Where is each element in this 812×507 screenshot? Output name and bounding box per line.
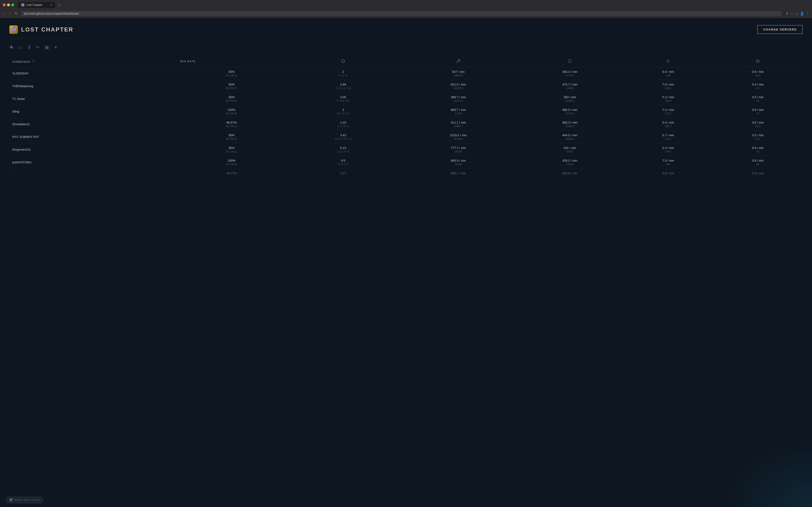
- col-header-summoner: SUMMONER ⓘ: [9, 57, 177, 67]
- table-row: Showfakerzz 66.67% 3G 2W 1L 1.23 3 / 7.3…: [9, 118, 803, 131]
- table-row: THEDiddyKong 50% 6G 3W 3L 2.89 7.2 / 4.5…: [9, 80, 803, 93]
- cell-vision: 0.6 / min 14: [713, 105, 803, 118]
- cell-kda: 3 8.5 / 4.5 / 5: [286, 105, 400, 118]
- dmg-secondary: 31490: [403, 163, 513, 166]
- table-row: Sting 100% 2G 2W 0L 3 8.5 / 4.5 / 5 883.…: [9, 105, 803, 118]
- page-content: 🔮 LOST CHAPTER CHANGE SERVERS ✳ ▭ ⬇ ✏ ▣ …: [0, 18, 812, 507]
- summoner-name: NYC SUBWAY RAT: [12, 135, 174, 138]
- close-button[interactable]: [3, 4, 6, 6]
- window-controls: [3, 4, 14, 6]
- new-tab-button[interactable]: +: [57, 2, 62, 7]
- shield-secondary: 9770.5: [519, 74, 621, 77]
- shield-primary: 460.6 / min: [519, 171, 621, 175]
- cell-summoner: Showfakerzz: [9, 118, 177, 131]
- table-row: Kingsmen101 50% 2G 1W 1L 5.13 11.5 / 4 /…: [9, 143, 803, 156]
- cell-vision: 0.9 / min: [713, 169, 803, 178]
- cs-primary: 5.7 / min: [626, 133, 710, 137]
- cell-cs: 6.9 / min: [623, 169, 713, 178]
- cell-vision: 0.4 / min 13.7: [713, 80, 803, 93]
- summoner-name: ...: [12, 172, 174, 175]
- browser-actions: ⬆ ☆ ⬡ 👤 ⋮: [786, 12, 809, 15]
- shield-primary: 363.3 / min: [519, 121, 621, 124]
- vision-secondary: 23.7: [716, 125, 800, 127]
- shield-primary: 475.7 / min: [519, 83, 621, 86]
- address-bar-input[interactable]: [21, 11, 781, 16]
- shield-primary: 480.5 / min: [519, 108, 621, 112]
- minimize-button[interactable]: [7, 4, 10, 6]
- vision-secondary: 14: [716, 112, 800, 115]
- vision-primary: 0.6 / min: [716, 70, 800, 73]
- cs-secondary: 238.5: [626, 87, 710, 90]
- winrate-primary: 66.67%: [180, 121, 283, 124]
- cell-winrate: 50% 6G 3W 3L: [177, 80, 286, 93]
- cell-kda: 3.27: [286, 169, 400, 178]
- shield-secondary: 15620: [519, 150, 621, 153]
- dmg-secondary: 18920.3: [403, 87, 513, 90]
- table-row: justaVSCOboi 100% 1G 1W 0L 9.5 8 / 2 / 1…: [9, 156, 803, 169]
- cell-kda: 9.5 8 / 2 / 11: [286, 156, 400, 169]
- share-icon[interactable]: ⬆: [786, 12, 789, 15]
- kda-secondary: 8.5 / 4.5 / 5: [289, 112, 398, 115]
- dmg-primary: 411.1 / min: [403, 121, 513, 124]
- cell-dmg: 777.7 / min 28182: [400, 143, 516, 156]
- col-header-cs: [623, 57, 713, 67]
- extensions-icon[interactable]: ⬡: [795, 12, 798, 15]
- dmg-primary: 547 / min: [403, 70, 513, 73]
- kda-primary: 2: [289, 70, 398, 73]
- refresh-button[interactable]: ↻: [14, 11, 19, 16]
- filter-row: ✳ ▭ ⬇ ✏ ▣ ✦: [9, 44, 803, 51]
- tab-close-icon[interactable]: ✕: [50, 4, 52, 7]
- winrate-primary: 50%: [180, 83, 283, 86]
- winrate-secondary: 2G 2W 0L: [180, 112, 283, 115]
- maximize-button[interactable]: [11, 4, 14, 6]
- summoner-name: Kingsmen101: [12, 148, 174, 151]
- cell-cs: 5.4 / min 194.5: [623, 143, 713, 156]
- rank-filter-icon[interactable]: ▭: [18, 44, 22, 50]
- warrior-filter-icon[interactable]: ⬇: [27, 44, 31, 50]
- support-filter-icon[interactable]: ✦: [54, 44, 58, 50]
- dmg-secondary: 21196: [403, 112, 513, 115]
- cell-cs: 7.8 / min 238.5: [623, 80, 713, 93]
- cell-dmg: 1019.5 / min 31349.9: [400, 131, 516, 143]
- cell-vision: 0.8 / min 23.7: [713, 118, 803, 131]
- active-tab[interactable]: 🔮 Lost Chapter ✕: [18, 2, 55, 8]
- bookmark-icon[interactable]: ☆: [791, 12, 794, 15]
- menu-icon[interactable]: ⋮: [806, 12, 809, 15]
- vision-secondary: 38: [716, 163, 800, 166]
- vision-primary: 0.5 / min: [716, 133, 800, 137]
- cell-dmg: 669.1 / min: [400, 169, 516, 178]
- col-header-dmg: [400, 57, 516, 67]
- shield-secondary: 11388.7: [519, 125, 621, 127]
- all-filter-icon[interactable]: ✳: [9, 44, 13, 50]
- winrate-primary: 50%: [180, 95, 283, 99]
- profile-icon[interactable]: 👤: [800, 12, 804, 15]
- cell-shield: 460.6 / min: [516, 169, 623, 178]
- cell-dmg: 547 / min 13940.5: [400, 67, 516, 80]
- cs-primary: 6.9 / min: [626, 171, 710, 175]
- address-bar-row: ‹ › ↻ ⬆ ☆ ⬡ 👤 ⋮: [3, 10, 809, 18]
- change-servers-button[interactable]: CHANGE SERVERS: [757, 25, 803, 34]
- forward-button[interactable]: ›: [8, 11, 11, 16]
- cell-cs: 6.6 / min 169: [623, 67, 713, 80]
- vision-primary: 0.5 / min: [716, 95, 800, 99]
- edit-filter-icon[interactable]: ✏: [36, 44, 40, 50]
- cell-vision: 0.5 / min 15.1: [713, 131, 803, 143]
- cell-kda: 1.23 3 / 7.3 / 6: [286, 118, 400, 131]
- kda-secondary: 10.9 / 5.3 / 7.1: [289, 137, 398, 140]
- shield-secondary: 13668.1: [519, 137, 621, 140]
- shield-primary: 383.4 / min: [519, 70, 621, 73]
- cell-winrate: 100% 1G 1W 0L: [177, 156, 286, 169]
- cs-primary: 5.3 / min: [626, 95, 710, 99]
- col-header-winrate: WIN RATE: [177, 57, 286, 67]
- winrate-primary: 50%: [180, 70, 283, 73]
- winrate-secondary: 4G 2W 2L: [180, 99, 283, 102]
- card-filter-icon[interactable]: ▣: [45, 44, 49, 50]
- cs-primary: 7.8 / min: [626, 83, 710, 86]
- summoner-name: justaVSCOboi: [12, 161, 174, 164]
- cell-cs: 7.5 / min 344: [623, 156, 713, 169]
- cell-winrate: 50% 2G 1W 1L: [177, 67, 286, 80]
- winrate-primary: 50%: [180, 146, 283, 150]
- back-button[interactable]: ‹: [3, 11, 6, 16]
- kda-secondary: 3 / 7.3 / 6: [289, 125, 398, 127]
- kda-primary: 3.05: [289, 95, 398, 99]
